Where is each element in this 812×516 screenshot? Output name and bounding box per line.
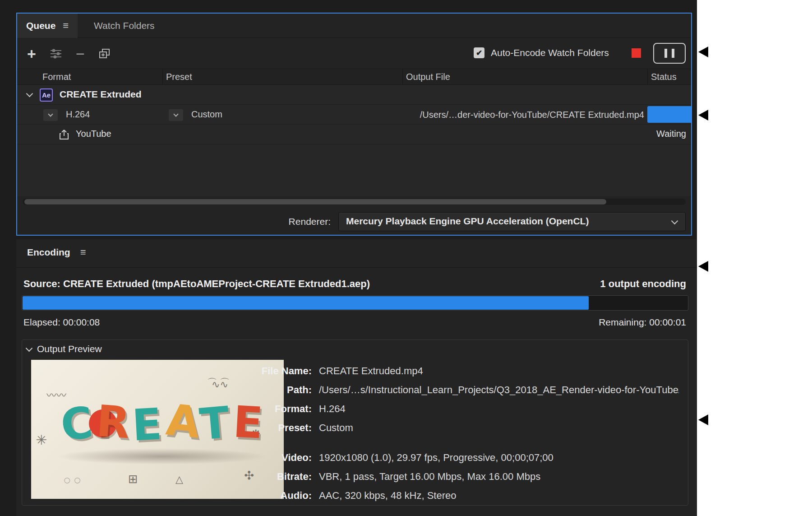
doodle-scribble: ✣ bbox=[244, 469, 254, 483]
artwork-letter: R bbox=[95, 400, 131, 445]
queue-toolbar: + − bbox=[17, 38, 691, 69]
artwork-letter: E bbox=[131, 402, 163, 447]
auto-encode-label: Auto-Encode Watch Folders bbox=[491, 47, 609, 58]
panel-menu-icon[interactable]: ≡ bbox=[80, 246, 86, 258]
tab-watch-folders-label: Watch Folders bbox=[94, 20, 155, 31]
column-divider bbox=[162, 69, 163, 85]
plus-icon: + bbox=[27, 46, 36, 61]
publish-status: Waiting bbox=[656, 129, 686, 139]
output-preview-title: Output Preview bbox=[37, 344, 102, 354]
detail-row-path: Path: /Users/…s/Instructional_Learn_Proj… bbox=[22, 384, 688, 398]
detail-value: Custom bbox=[319, 422, 679, 434]
detail-value: /Users/…s/Instructional_Learn_Projects/Q… bbox=[319, 384, 679, 396]
tab-queue[interactable]: Queue ≡ bbox=[17, 14, 78, 38]
detail-value: 1920x1080 (1.0), 29.97 fps, Progressive,… bbox=[319, 452, 679, 464]
doodle-squiggle: 〰〰 bbox=[46, 387, 66, 401]
queue-rows: Ae CREATE Extruded H.264 Custom /Users/…… bbox=[17, 85, 691, 196]
stop-queue-button[interactable] bbox=[632, 48, 641, 58]
tab-queue-label: Queue bbox=[26, 20, 55, 31]
detail-label: Audio: bbox=[221, 490, 312, 502]
callout-arrow-icon bbox=[698, 261, 708, 272]
pause-queue-button[interactable] bbox=[653, 43, 686, 64]
scrollbar-thumb[interactable] bbox=[24, 199, 606, 205]
remove-source-button[interactable]: − bbox=[71, 45, 89, 63]
detail-value: AAC, 320 kbps, 48 kHz, Stereo bbox=[319, 490, 679, 502]
doodle-circles: ◌ ◌ bbox=[64, 473, 81, 487]
media-encoder-window: Queue ≡ Watch Folders + bbox=[0, 0, 697, 516]
queue-tabbar: Queue ≡ Watch Folders bbox=[17, 14, 691, 38]
encoding-progress-track bbox=[22, 295, 688, 311]
publish-row[interactable]: YouTube Waiting bbox=[17, 125, 691, 144]
collapse-group-icon[interactable] bbox=[26, 90, 33, 98]
column-header-format: Format bbox=[42, 72, 71, 82]
auto-encode-checkbox[interactable]: ✔ bbox=[474, 47, 484, 58]
renderer-label: Renderer: bbox=[234, 216, 331, 227]
queue-table-header: Format Preset Output File Status bbox=[17, 69, 691, 85]
publish-upload-icon bbox=[59, 129, 69, 140]
output-preview-section: Output Preview C R E A T E ✳ 〰〰 ◌ ◌ ⊞ △ bbox=[22, 339, 688, 506]
divider bbox=[16, 267, 697, 268]
remaining-time: Remaining: 00:00:01 bbox=[599, 317, 686, 328]
column-header-status: Status bbox=[651, 72, 677, 82]
doodle-triangle: △ bbox=[175, 474, 183, 485]
output-row[interactable]: H.264 Custom /Users/…der-video-for-YouTu… bbox=[17, 105, 691, 125]
minus-icon: − bbox=[76, 46, 85, 61]
duplicate-button[interactable] bbox=[96, 45, 114, 63]
chevron-down-icon bbox=[671, 218, 678, 225]
encoding-panel: Encoding ≡ Source: CREATE Extruded (tmpA… bbox=[16, 239, 697, 516]
detail-row-filename: File Name: CREATE Extruded.mp4 bbox=[22, 365, 688, 379]
callout-arrow-icon bbox=[698, 46, 708, 57]
output-file-path[interactable]: /Users/…der-video-for-YouTube/CREATE Ext… bbox=[333, 110, 644, 120]
encoding-title: Encoding bbox=[27, 247, 70, 258]
after-effects-badge: Ae bbox=[40, 88, 53, 102]
artwork-letter: T bbox=[198, 400, 231, 446]
detail-value: VBR, 1 pass, Target 16.00 Mbps, Max 16.0… bbox=[319, 471, 679, 483]
column-divider bbox=[647, 69, 648, 85]
detail-label: Path: bbox=[221, 384, 312, 396]
screenshot-root: Queue ≡ Watch Folders + bbox=[0, 0, 812, 516]
horizontal-scrollbar[interactable] bbox=[23, 199, 686, 205]
callout-arrow-icon bbox=[698, 414, 708, 425]
page-margin bbox=[697, 0, 812, 516]
add-output-preset-button[interactable] bbox=[47, 45, 65, 63]
add-source-button[interactable]: + bbox=[23, 45, 41, 63]
output-preview-header[interactable]: Output Preview bbox=[27, 344, 102, 354]
auto-encode-watch-folders-toggle[interactable]: ✔ Auto-Encode Watch Folders bbox=[474, 47, 609, 58]
check-icon: ✔ bbox=[476, 48, 482, 58]
row-encoding-progress-bar bbox=[647, 106, 691, 123]
artwork-letter: E bbox=[232, 400, 264, 445]
detail-value: H.264 bbox=[319, 403, 679, 415]
detail-value: CREATE Extruded.mp4 bbox=[319, 365, 679, 377]
detail-row-audio: Audio: AAC, 320 kbps, 48 kHz, Stereo bbox=[22, 490, 688, 503]
preset-value[interactable]: Custom bbox=[191, 109, 222, 120]
pause-icon bbox=[664, 49, 667, 58]
encoding-progress-fill bbox=[23, 296, 589, 310]
collapse-preview-icon[interactable] bbox=[26, 344, 33, 352]
format-value[interactable]: H.264 bbox=[66, 109, 90, 120]
format-dropdown-button[interactable] bbox=[43, 109, 58, 121]
encoding-source: Source: CREATE Extruded (tmpAEtoAMEProje… bbox=[23, 278, 370, 290]
panel-menu-icon[interactable]: ≡ bbox=[63, 20, 69, 32]
artwork-shadow bbox=[56, 448, 268, 465]
detail-label: Bitrate: bbox=[221, 471, 312, 483]
queue-panel: Queue ≡ Watch Folders + bbox=[16, 13, 692, 236]
preset-dropdown-button[interactable] bbox=[169, 109, 183, 121]
publish-destination: YouTube bbox=[76, 129, 111, 139]
duplicate-icon bbox=[99, 48, 111, 59]
elapsed-time: Elapsed: 00:00:08 bbox=[23, 317, 100, 328]
chevron-down-icon bbox=[48, 112, 53, 116]
outputs-count: 1 output encoding bbox=[600, 278, 686, 290]
callout-arrow-icon bbox=[698, 110, 708, 121]
column-divider bbox=[402, 69, 403, 85]
preset-sliders-icon bbox=[50, 48, 62, 59]
detail-label: File Name: bbox=[221, 365, 312, 377]
source-group-row[interactable]: Ae CREATE Extruded bbox=[17, 85, 691, 105]
renderer-dropdown[interactable]: Mercury Playback Engine GPU Acceleration… bbox=[338, 212, 686, 231]
tab-watch-folders[interactable]: Watch Folders bbox=[85, 14, 164, 38]
column-header-output-file: Output File bbox=[406, 72, 450, 82]
column-header-preset: Preset bbox=[166, 72, 192, 82]
artwork-letter: A bbox=[164, 398, 202, 444]
encoding-tab[interactable]: Encoding ≡ bbox=[27, 246, 86, 258]
chevron-down-icon bbox=[173, 112, 178, 116]
doodle-squiggle: ∿∿ bbox=[212, 379, 228, 390]
